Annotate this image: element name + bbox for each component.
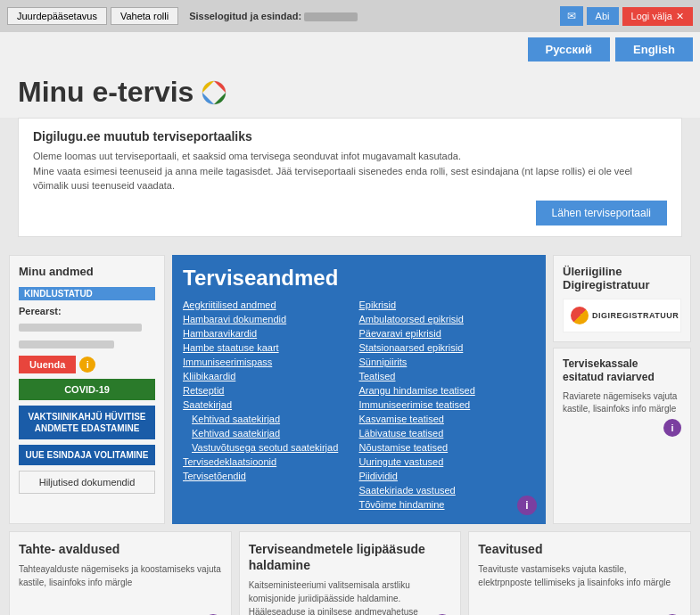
logo-icon: [201, 79, 227, 106]
terv-link-retseptid[interactable]: Retseptid: [183, 385, 359, 396]
kindlustatud-badge: KINDLUSTATUD: [19, 287, 155, 300]
close-icon: ✕: [676, 11, 684, 22]
terv-link-labivatuse[interactable]: Läbivatuse teatised: [359, 428, 536, 439]
digireg-logo: DIGIREGISTRATUUR: [571, 307, 679, 324]
terv-link-hambe-staatus[interactable]: Hambe staatuse kaart: [183, 342, 359, 353]
ligipaasum-title: Terviseandmetele ligipääsude haldamine: [249, 541, 452, 573]
row1: Minu andmed KINDLUSTATUD Perearst: Uuend…: [9, 255, 691, 524]
terv-link-teatised[interactable]: Teatised: [359, 371, 536, 381]
terv-link-kasvamise[interactable]: Kasvamise teatised: [359, 414, 536, 424]
terv-link-uuringute[interactable]: Uuringute vastused: [359, 456, 536, 467]
notice-line1: Oleme loomas uut terviseportaali, et saa…: [33, 149, 667, 164]
terv-link-saatekirjad[interactable]: Saatekirjad: [183, 399, 359, 410]
notice-box: Digilugu.ee muutub terviseportaaliks Ole…: [18, 118, 682, 237]
page-title: Minu e-tervis: [18, 76, 682, 118]
portal-button[interactable]: Lähen terviseportaali: [536, 201, 667, 226]
terv-link-hambaravikardid[interactable]: Hambaravikardid: [183, 328, 359, 339]
tervisekassale-text: Raviarete nägemiseks vajuta kastile, lis…: [563, 390, 681, 415]
notice-line3: võimalik uusi teenuseid vaadata.: [33, 178, 667, 193]
terv-link-saatekiriade[interactable]: Saatekiriade vastused: [359, 485, 536, 496]
row2: Tahte- avaldused Tahteayalduste nägemise…: [9, 531, 691, 616]
vaheta-rolli-button[interactable]: Vaheta rolli: [111, 7, 178, 25]
perearst-label: Perearst:: [19, 306, 155, 316]
minu-andmed-title: Minu andmed: [19, 265, 155, 278]
sisselogitud-text: Sisselogitud ja esindad:: [189, 11, 301, 21]
terv-link-arangu[interactable]: Arangu hindamise teatised: [359, 385, 536, 396]
terv-col1: Aegkriitilised andmed Hambaravi dokumend…: [183, 299, 359, 513]
perearst-value-blurred: [19, 324, 142, 332]
content-area: Minu andmed KINDLUSTATUD Perearst: Uuend…: [0, 246, 700, 616]
russian-lang-button[interactable]: Русский: [528, 37, 611, 62]
notice-title: Digilugu.ee muutub terviseportaaliks: [33, 129, 667, 144]
digireg-circle-icon: [571, 307, 589, 324]
uleriigiline-title: Üleriigiline Digiregistratuur: [563, 265, 681, 291]
terviseandmed-panel: Terviseandmed Aegkriitilised andmed Hamb…: [172, 255, 546, 524]
terv-link-aegkriitilised[interactable]: Aegkriitilised andmed: [183, 299, 359, 310]
minu-andmed-panel: Minu andmed KINDLUSTATUD Perearst: Uuend…: [9, 255, 165, 524]
page-title-text: Minu e-tervis: [18, 76, 194, 109]
ligipaasum-text: Kaitseministeeriumi valitsemisala arstli…: [249, 578, 452, 615]
email-icon-button[interactable]: ✉: [560, 6, 583, 26]
tahte-title: Tahte- avaldused: [19, 541, 222, 557]
uuenda-row: Uuenda i: [19, 356, 155, 373]
uuenda-button[interactable]: Uuenda: [19, 356, 76, 373]
terv-link-tervisedeklaatsioonid[interactable]: Tervisedeklaatsioonid: [183, 456, 359, 467]
terv-link-statsionaarsed[interactable]: Statsionaarsed epikrisid: [359, 342, 536, 353]
tahte-text: Tahteayalduste nägemiseks ja koostamisek…: [19, 562, 222, 589]
tervisekassale-info-row: i: [563, 419, 681, 437]
uleriigiline-panel: Üleriigiline Digiregistratuur DIGIREGIST…: [553, 255, 691, 342]
user-name-blurred: [304, 12, 358, 21]
vakts-button[interactable]: VAKTSIINIKAHJÜ HÜVITISE ANDMETE EDASTAMI…: [19, 406, 155, 439]
right-panel: Üleriigiline Digiregistratuur DIGIREGIST…: [553, 255, 691, 524]
abi-button[interactable]: Abi: [587, 7, 619, 25]
english-lang-button[interactable]: English: [615, 37, 693, 62]
top-nav-right: ✉ Abi Logi välja ✕: [560, 6, 693, 26]
terv-link-immuniseerimispass[interactable]: Immuniseerimispass: [183, 357, 359, 367]
terv-link-ambulatoorsed[interactable]: Ambulatoorsed epikrisid: [359, 314, 536, 324]
terv-link-vastuvotusega[interactable]: Vastuvõtusega seotud saatekirjad: [192, 442, 359, 453]
tervisekassale-title: Tervisekassale esitatud raviarved: [563, 357, 681, 385]
teavitused-text: Teavituste vastamiseks vajuta kastile, e…: [478, 562, 681, 589]
sisselogitud-label: Sisselogitud ja esindad:: [189, 11, 358, 21]
saatekirjad-subsection: Kehtivad saatekirjad Kehtivad saatekirja…: [192, 414, 359, 453]
teavitused-title: Teavitused: [478, 541, 681, 557]
logi-valja-label: Logi välja: [631, 11, 672, 21]
terv-link-kehtivad1[interactable]: Kehtivad saatekirjad: [192, 414, 359, 424]
teavitused-card[interactable]: Teavitused Teavituste vastamiseks vajuta…: [468, 531, 691, 616]
logi-valja-button[interactable]: Logi välja ✕: [622, 7, 693, 26]
terv-link-paevaravi[interactable]: Päevaravi epikrisid: [359, 328, 536, 339]
notice-text: Oleme loomas uut terviseportaali, et saa…: [33, 149, 667, 193]
terv-link-tervisetondid[interactable]: Tervisetõendid: [183, 471, 359, 481]
tervisekassale-info-icon[interactable]: i: [663, 419, 681, 437]
terv-link-piidividid[interactable]: Piidividid: [359, 471, 536, 481]
top-navigation: Juurdepääsetavus Vaheta rolli Sisselogit…: [0, 0, 700, 32]
terv-link-hambaravi-dok[interactable]: Hambaravi dokumendid: [183, 314, 359, 324]
hiljutised-button[interactable]: Hiljutised dokumendid: [19, 471, 155, 494]
tahte-card[interactable]: Tahte- avaldused Tahteayalduste nägemise…: [9, 531, 232, 616]
notice-line2: Mine vaata esimesi teenuseid ja anna mei…: [33, 164, 667, 179]
language-bar: Русский English: [0, 32, 700, 67]
ligipaasum-card[interactable]: Terviseandmetele ligipääsude haldamine K…: [239, 531, 462, 616]
digireg-text: DIGIREGISTRATUUR: [592, 311, 679, 320]
digiregistratuur-box[interactable]: DIGIREGISTRATUUR: [563, 299, 681, 332]
terv-link-kehtivad2[interactable]: Kehtivad saatekirjad: [192, 428, 359, 439]
terv-col2: Epikrisid Ambulatoorsed epikrisid Päevar…: [359, 299, 536, 513]
terv-link-sunnipiirits[interactable]: Sünnipiirits: [359, 357, 536, 367]
terviseandmed-title: Terviseandmed: [183, 266, 535, 291]
terv-link-immuniseerimise[interactable]: Immuniseerimise teatised: [359, 399, 536, 410]
perearst-value2-blurred: [19, 340, 114, 348]
esindaja-button[interactable]: UUE ESINDAJA VOLITAMINE: [19, 445, 155, 465]
covid-button[interactable]: COVID-19: [19, 379, 155, 400]
terv-link-tovome[interactable]: Tõvõime hindamine: [359, 499, 536, 510]
terv-link-kliibikaardid[interactable]: Kliibikaardid: [183, 371, 359, 381]
terv-link-epikrisid[interactable]: Epikrisid: [359, 299, 536, 310]
terviseandmed-columns: Aegkriitilised andmed Hambaravi dokumend…: [183, 299, 535, 513]
juurdepaasetavus-button[interactable]: Juurdepääsetavus: [7, 7, 107, 25]
notice-footer: Lähen terviseportaali: [33, 201, 667, 226]
terviseandmed-info-icon[interactable]: i: [517, 496, 537, 515]
terv-link-noustamise[interactable]: Nõustamise teatised: [359, 442, 536, 453]
main-header: Minu e-tervis: [0, 67, 700, 118]
info-icon-uuenda[interactable]: i: [79, 357, 95, 373]
tervisekassale-panel[interactable]: Tervisekassale esitatud raviarved Raviar…: [553, 348, 691, 524]
